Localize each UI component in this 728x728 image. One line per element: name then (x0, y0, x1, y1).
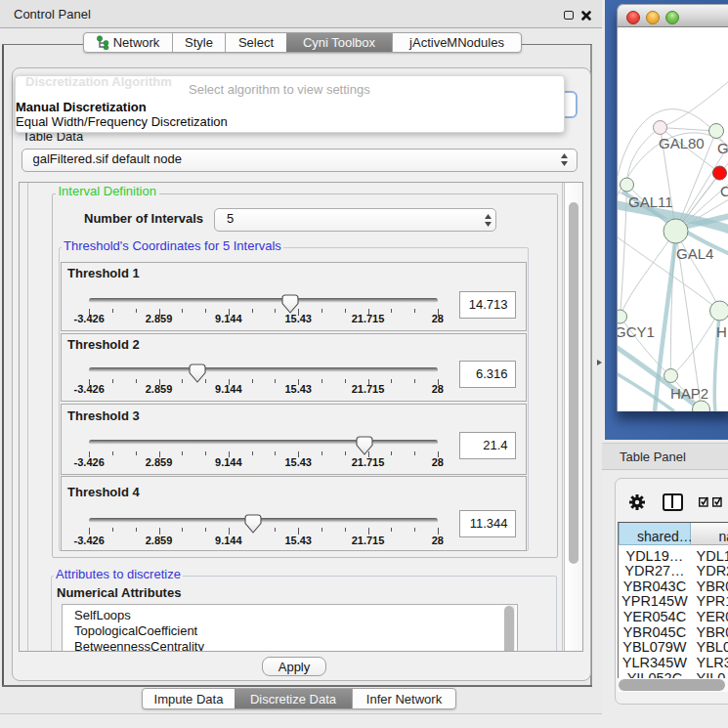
svg-text:GAL11: GAL11 (628, 193, 673, 210)
svg-text:GAL4: GAL4 (676, 245, 713, 262)
svg-text:C: C (720, 183, 728, 199)
svg-text:G.: G. (717, 140, 728, 156)
svg-text:H: H (716, 323, 727, 340)
svg-text:GAL80: GAL80 (659, 135, 705, 151)
svg-text:HAP2: HAP2 (670, 385, 708, 402)
svg-text:GCY1: GCY1 (618, 323, 655, 340)
